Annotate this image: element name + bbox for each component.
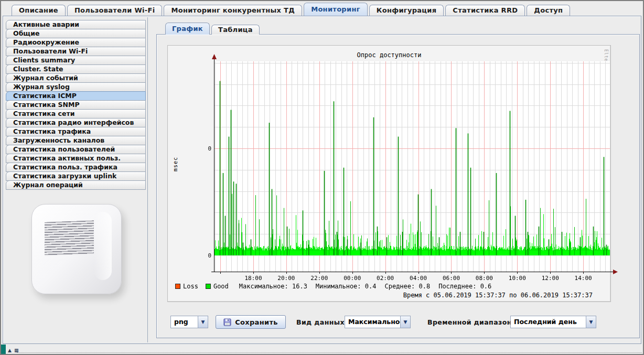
chevron-down-icon: ▼ xyxy=(589,319,593,325)
ems-monitoring-window: ОписаниеПользователи Wi-FiМониторинг кон… xyxy=(0,0,644,355)
tree-node-color-block xyxy=(1,345,6,354)
chart-canvas xyxy=(208,53,622,284)
sidebar-item-статистика-загрузки-uplink[interactable]: Статистика загрузки uplink xyxy=(6,171,146,181)
data-view-value: Максимальное xyxy=(345,316,400,328)
save-button-label: Сохранить xyxy=(235,318,277,326)
sidebar-item-статистика-сети[interactable]: Статистика сети xyxy=(6,109,146,119)
chart-stat: Последнее: 0.6 xyxy=(438,283,491,290)
chart-stat: Среднее: 0.8 xyxy=(384,283,430,290)
sidebar-item-пользователи-wi-fi[interactable]: Пользователи Wi-Fi xyxy=(6,47,146,56)
chart-legend: LossGoodМаксимальное: 16.3Минимальное: 0… xyxy=(175,283,491,290)
sidebar-item-журнал-операций[interactable]: Журнал операций xyxy=(6,180,146,190)
time-range-arrow-button[interactable]: ▼ xyxy=(586,316,596,328)
sidebar-item-журнал-событий[interactable]: Журнал событий xyxy=(6,73,146,83)
export-format-select[interactable]: png ▼ xyxy=(170,316,208,328)
device-grille xyxy=(45,220,94,255)
sidebar-item-clients-summary[interactable]: Clients summary xyxy=(6,56,146,65)
legend-item-good: Good xyxy=(206,283,229,290)
tab-пользователи-wi-fi[interactable]: Пользователи Wi-Fi xyxy=(67,5,162,16)
row-divider xyxy=(17,352,642,353)
legend-label: Loss xyxy=(183,283,198,290)
export-format-arrow-button[interactable]: ▼ xyxy=(198,316,208,328)
bottom-clipped-row: ▲ ▦ xyxy=(1,345,643,354)
tab-мониторинг[interactable]: Мониторинг xyxy=(304,3,368,16)
availability-graph: Опрос доступности Eltex EMS msec LossGoo… xyxy=(167,45,611,302)
data-view-arrow-button[interactable]: ▼ xyxy=(400,316,410,328)
data-view-label: Вид данных xyxy=(296,318,345,326)
graph-controls: png ▼ Сохранить В xyxy=(157,316,639,331)
export-format-value: png xyxy=(171,316,198,328)
data-view-select[interactable]: Максимальное ▼ xyxy=(345,316,411,328)
tab-описание[interactable]: Описание xyxy=(12,5,66,16)
sidebar-item-cluster-state[interactable]: Cluster. State xyxy=(6,64,146,74)
monitoring-panel: Активные аварииОбщиеРадиоокружениеПользо… xyxy=(3,16,641,344)
device-highlight xyxy=(94,212,112,280)
content-area: ГрафикТаблица Опрос доступности Eltex EM… xyxy=(149,16,642,343)
sidebar-item-статистика-радио-интерфейсов[interactable]: Статистика радио интерфейсов xyxy=(6,118,146,127)
sidebar-item-статистика-пользователей[interactable]: Статистика пользователей xyxy=(6,145,146,154)
view-tab-таблица[interactable]: Таблица xyxy=(211,25,260,35)
view-tabbar: ГрафикТаблица xyxy=(165,23,260,35)
view-tab-график[interactable]: График xyxy=(165,23,210,35)
main-tabbar: ОписаниеПользователи Wi-FiМониторинг кон… xyxy=(12,3,570,16)
tab-статистика-rrd[interactable]: Статистика RRD xyxy=(445,5,525,16)
sidebar-item-общие[interactable]: Общие xyxy=(6,29,146,38)
chart-y-axis-label: msec xyxy=(173,157,178,171)
legend-swatch-good xyxy=(206,284,211,289)
tab-мониторинг-конкурентных-тд[interactable]: Мониторинг конкурентных ТД xyxy=(164,5,302,16)
tab-конфигурация[interactable]: Конфигурация xyxy=(369,5,444,16)
time-range-select[interactable]: Последний день ▼ xyxy=(510,316,596,328)
sidebar-item-радиоокружение[interactable]: Радиоокружение xyxy=(6,38,146,47)
tab-доступ[interactable]: Доступ xyxy=(527,5,570,16)
access-point-photo xyxy=(31,204,122,294)
sidebar-item-статистика-польз-трафика[interactable]: Статистика польз. трафика xyxy=(6,163,146,172)
chevron-down-icon: ▼ xyxy=(201,319,205,325)
time-range-value: Последний день xyxy=(511,316,586,328)
save-button[interactable]: Сохранить xyxy=(216,315,286,329)
floppy-disk-icon xyxy=(223,318,231,326)
graph-tab-content: Опрос доступности Eltex EMS msec LossGoo… xyxy=(156,34,640,338)
time-range-label: Временной диапазон xyxy=(427,318,512,326)
sidebar-item-статистика-активных-польз-[interactable]: Статистика активных польз. xyxy=(6,154,146,163)
sidebar-item-журнал-syslog[interactable]: Журнал syslog xyxy=(6,82,146,92)
sidebar-item-статистика-трафика[interactable]: Статистика трафика xyxy=(6,127,146,136)
chart-stat: Минимальное: 0.4 xyxy=(316,283,377,290)
sidebar-item-активные-аварии[interactable]: Активные аварии xyxy=(6,20,146,29)
legend-swatch-loss xyxy=(175,284,180,289)
sidebar-item-загруженность-каналов[interactable]: Загруженность каналов xyxy=(6,136,146,145)
sidebar-item-статистика-snmp[interactable]: Статистика SNMP xyxy=(6,100,146,110)
up-arrow-icon: ▲ xyxy=(8,348,12,353)
legend-label: Good xyxy=(213,283,229,290)
sidebar: Активные аварииОбщиеРадиоокружениеПользо… xyxy=(4,17,148,342)
chart-time-range: Время с 05.06.2019 15:37:37 по 06.06.201… xyxy=(403,292,593,299)
legend-item-loss: Loss xyxy=(175,283,198,290)
chevron-down-icon: ▼ xyxy=(404,319,407,325)
sidebar-item-статистика-icmp[interactable]: Статистика ICMP xyxy=(6,91,146,101)
sidebar-items: Активные аварииОбщиеРадиоокружениеПользо… xyxy=(6,20,146,190)
chart-stat: Максимальное: 16.3 xyxy=(239,283,307,290)
